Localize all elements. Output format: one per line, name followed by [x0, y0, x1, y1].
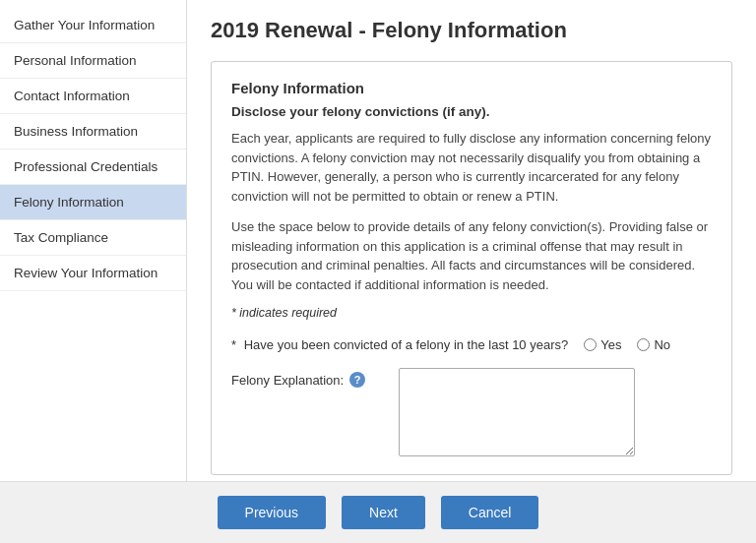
section-title: Felony Information — [231, 80, 712, 96]
sidebar-item-personal[interactable]: Personal Information — [0, 43, 186, 79]
cancel-button[interactable]: Cancel — [441, 496, 539, 529]
sidebar-item-gather[interactable]: Gather Your Information — [0, 8, 186, 43]
footer: Previous Next Cancel — [0, 481, 756, 543]
asterisk: * — [231, 337, 236, 352]
content-area: 2019 Renewal - Felony Information Felony… — [187, 0, 756, 481]
felony-no-option[interactable]: No — [637, 337, 670, 352]
sidebar-item-tax[interactable]: Tax Compliance — [0, 220, 186, 256]
sidebar-item-felony[interactable]: Felony Information — [0, 185, 186, 220]
previous-button[interactable]: Previous — [218, 496, 326, 529]
sidebar-item-contact[interactable]: Contact Information — [0, 79, 186, 114]
section-paragraph-2: Use the space below to provide details o… — [231, 217, 712, 294]
felony-question-row: * Have you been convicted of a felony in… — [231, 335, 712, 352]
explanation-label: Felony Explanation: ? — [231, 368, 399, 388]
help-icon[interactable]: ? — [349, 372, 365, 388]
section-subtitle: Disclose your felony convictions (if any… — [231, 104, 712, 119]
felony-explanation-textarea[interactable] — [399, 368, 635, 456]
main-area: Gather Your Information Personal Informa… — [0, 0, 756, 481]
sidebar: Gather Your Information Personal Informa… — [0, 0, 187, 481]
page-title: 2019 Renewal - Felony Information — [211, 18, 732, 43]
felony-no-label: No — [654, 337, 670, 352]
next-button[interactable]: Next — [342, 496, 425, 529]
section-paragraph-1: Each year, applicants are required to fu… — [231, 129, 712, 206]
section-box: Felony Information Disclose your felony … — [211, 61, 732, 475]
felony-yes-option[interactable]: Yes — [584, 337, 621, 352]
felony-yes-radio[interactable] — [584, 338, 597, 351]
sidebar-item-credentials[interactable]: Professional Credentials — [0, 150, 186, 185]
felony-yes-label: Yes — [600, 337, 621, 352]
page-wrapper: Gather Your Information Personal Informa… — [0, 0, 756, 543]
felony-question-label: * Have you been convicted of a felony in… — [231, 335, 568, 352]
felony-no-radio[interactable] — [637, 338, 650, 351]
felony-radio-group: Yes No — [584, 335, 670, 352]
required-note: * indicates required — [231, 306, 712, 320]
sidebar-item-review[interactable]: Review Your Information — [0, 256, 186, 291]
explanation-row: Felony Explanation: ? — [231, 368, 712, 456]
sidebar-item-business[interactable]: Business Information — [0, 114, 186, 150]
